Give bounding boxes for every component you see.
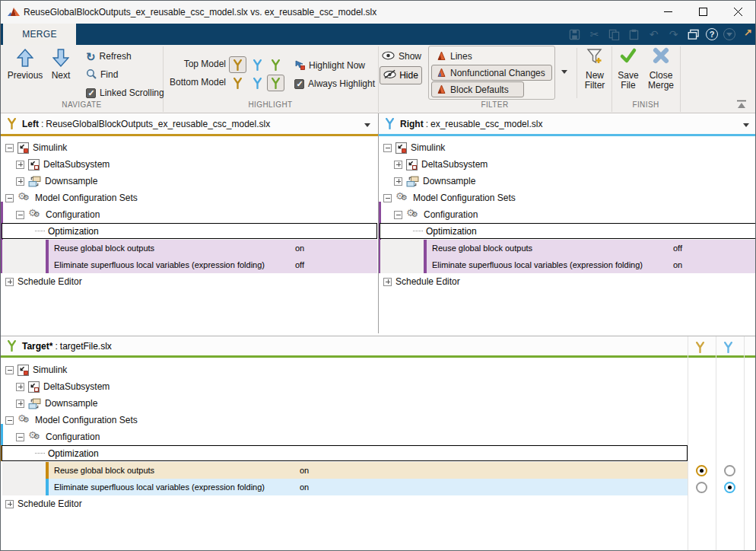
left-node-deltasubsystem[interactable]: DeltaSubsystem	[16, 156, 110, 173]
target-param-row-eliminate-superfluous[interactable]: Eliminate superfluous local variables (e…	[2, 479, 688, 495]
expand-toggle-icon[interactable]	[383, 278, 392, 286]
radio-eliminate-superfluous-choose-right-selected[interactable]	[724, 482, 735, 493]
collapse-ribbon-button[interactable]	[735, 99, 749, 110]
bottom-model-target-highlight-button[interactable]	[267, 75, 284, 91]
panel-divider-text: :	[41, 119, 43, 129]
right-node-configuration[interactable]: Configuration	[394, 206, 478, 223]
top-model-right-highlight-button[interactable]	[249, 56, 266, 73]
target-node-deltasubsystem[interactable]: DeltaSubsystem	[16, 378, 110, 395]
expand-toggle-icon[interactable]	[16, 400, 24, 408]
new-filter-button[interactable]: New Filter	[579, 48, 611, 91]
configuration-gear-icon	[28, 431, 43, 443]
redo-icon[interactable]: ↷	[666, 27, 681, 42]
collapse-toggle-icon[interactable]	[383, 194, 392, 202]
target-node-downsample[interactable]: Downsample	[16, 395, 97, 412]
collapse-toggle-icon[interactable]	[5, 366, 14, 374]
left-node-simulink[interactable]: Simulink	[5, 139, 67, 156]
undo-icon[interactable]: ↶	[646, 27, 661, 42]
find-button[interactable]: Find	[86, 68, 118, 81]
radio-reuse-global-choose-left-selected[interactable]	[696, 465, 707, 476]
copy-icon[interactable]	[607, 27, 621, 42]
expand-toggle-icon[interactable]	[394, 177, 402, 186]
save-file-button[interactable]: Save File	[613, 46, 643, 91]
collapse-toggle-icon[interactable]	[16, 211, 24, 219]
right-panel-header[interactable]: Right : ex_reusable_csc_model.slx	[379, 113, 756, 136]
bottom-model-left-highlight-button[interactable]	[229, 75, 246, 91]
collapse-toggle-icon[interactable]	[5, 194, 14, 202]
paste-icon[interactable]	[627, 27, 641, 42]
filter-nonfunctional-changes[interactable]: Nonfunctional Changes	[431, 65, 552, 81]
left-panel-dropdown-icon[interactable]	[364, 123, 370, 127]
simulink-node-icon	[17, 365, 29, 376]
more-options-icon[interactable]	[723, 28, 735, 40]
target-node-simulink[interactable]: Simulink	[5, 361, 67, 378]
target-param-row-reuse-global[interactable]: Reuse global block outputs on	[2, 462, 688, 479]
left-param-row-eliminate-superfluous[interactable]: Eliminate superfluous local variables (e…	[2, 256, 377, 273]
subsystem-node-icon	[28, 381, 40, 393]
top-model-target-highlight-button[interactable]	[267, 56, 284, 73]
expand-toggle-icon[interactable]	[16, 177, 24, 186]
window-layout-icon[interactable]	[686, 27, 700, 42]
right-param-row-eliminate-superfluous[interactable]: Eliminate superfluous local variables (e…	[380, 256, 756, 273]
right-node-model-config-sets[interactable]: Model Configuration Sets	[383, 190, 516, 206]
collapse-toggle-icon[interactable]	[16, 433, 24, 441]
refresh-button[interactable]: ↻ Refresh	[86, 49, 132, 63]
left-node-downsample[interactable]: Downsample	[16, 173, 97, 190]
target-panel-header[interactable]: Target* : targetFile.slx	[1, 336, 756, 358]
close-button[interactable]	[720, 1, 755, 23]
right-node-downsample[interactable]: Downsample	[394, 173, 475, 190]
tab-merge[interactable]: MERGE	[3, 24, 76, 45]
right-node-simulink[interactable]: Simulink	[383, 139, 445, 156]
expand-toggle-icon[interactable]	[16, 383, 24, 391]
close-merge-button[interactable]: Close Merge	[644, 46, 678, 91]
hide-filter-button[interactable]: Hide	[380, 66, 422, 84]
right-node-schedule-editor[interactable]: Schedule Editor	[383, 273, 460, 290]
radio-eliminate-superfluous-choose-left[interactable]	[696, 482, 707, 493]
left-param-row-reuse-global[interactable]: Reuse global block outputs on	[2, 240, 377, 256]
new-filter-icon	[586, 48, 603, 68]
maximize-button[interactable]	[685, 1, 720, 23]
undock-icon[interactable]: ↗	[744, 27, 752, 38]
previous-button[interactable]: Previous	[7, 48, 43, 81]
linked-scrolling-checkbox[interactable]: Linked Scrolling	[86, 86, 164, 100]
collapse-toggle-icon[interactable]	[394, 211, 402, 219]
left-panel-file: ReuseGlobalBlockOutputs_ex_reusable_csc_…	[46, 119, 270, 129]
filter-block-defaults[interactable]: Block Defaults	[431, 81, 524, 97]
filter-lines[interactable]: Lines	[432, 48, 477, 64]
help-icon[interactable]: ?	[706, 28, 718, 40]
target-node-optimization-selected[interactable]: Optimization	[2, 445, 688, 461]
radio-reuse-global-choose-right[interactable]	[724, 465, 735, 476]
left-node-model-config-sets[interactable]: Model Configuration Sets	[5, 190, 138, 206]
save-icon[interactable]	[567, 27, 582, 42]
show-filter-button[interactable]: Show	[382, 49, 421, 63]
collapse-toggle-icon[interactable]	[5, 144, 14, 152]
collapse-toggle-icon[interactable]	[5, 416, 14, 425]
choice-column-separator	[744, 336, 745, 551]
right-panel-dropdown-icon[interactable]	[743, 123, 749, 127]
expand-toggle-icon[interactable]	[5, 278, 14, 286]
tree-connector	[35, 453, 45, 454]
merge-y-icon	[253, 78, 262, 89]
top-model-left-highlight-button[interactable]	[229, 56, 246, 73]
right-node-optimization-selected[interactable]: Optimization	[380, 223, 756, 239]
cut-icon[interactable]: ✂	[587, 27, 602, 42]
next-button[interactable]: Next	[46, 48, 75, 81]
left-node-optimization-selected[interactable]: Optimization	[2, 223, 377, 239]
minimize-button[interactable]	[650, 1, 685, 23]
always-highlight-checkbox[interactable]: Always Highlight	[294, 77, 375, 91]
right-node-deltasubsystem[interactable]: DeltaSubsystem	[394, 156, 488, 173]
target-node-schedule-editor[interactable]: Schedule Editor	[5, 495, 82, 512]
left-node-schedule-editor[interactable]: Schedule Editor	[5, 273, 82, 290]
filter-dropdown-icon[interactable]	[561, 70, 567, 74]
left-panel-header[interactable]: Left : ReuseGlobalBlockOutputs_ex_reusab…	[1, 113, 378, 136]
collapse-toggle-icon[interactable]	[383, 144, 392, 152]
bottom-model-right-highlight-button[interactable]	[249, 75, 266, 91]
expand-toggle-icon[interactable]	[394, 161, 402, 169]
expand-toggle-icon[interactable]	[16, 161, 24, 169]
target-node-model-config-sets[interactable]: Model Configuration Sets	[5, 412, 138, 428]
left-node-configuration[interactable]: Configuration	[16, 206, 100, 223]
right-param-row-reuse-global[interactable]: Reuse global block outputs off	[380, 240, 756, 256]
highlight-now-button[interactable]: Highlight Now	[294, 59, 365, 72]
expand-toggle-icon[interactable]	[5, 500, 14, 508]
target-node-configuration[interactable]: Configuration	[16, 428, 100, 445]
